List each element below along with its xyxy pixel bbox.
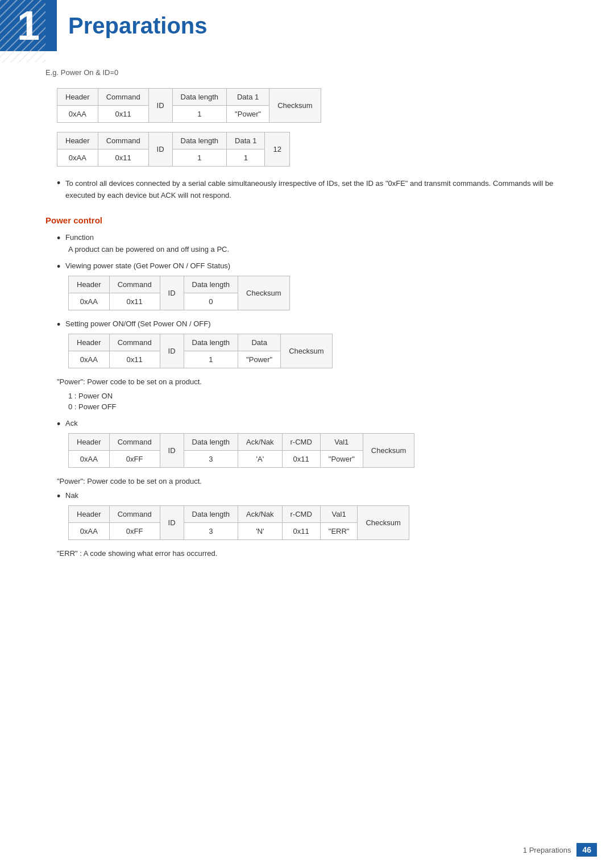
val-val1: "ERR" [320,522,358,539]
col-header: Header [57,132,98,149]
page-number: 46 [576,843,597,857]
val-data1: "Power" [227,106,269,123]
ack-note: "Power": Power code to be set on a produ… [57,477,569,485]
val-datalength: 1 [172,106,227,123]
col-checksum: Checksum [238,276,289,310]
val-header: 0xAA [57,106,98,123]
view-label: Viewing power state (Get Power ON / OFF … [65,261,569,270]
col-header: Header [69,433,110,450]
ack-label: Ack [65,419,569,427]
power-control-heading: Power control [45,215,569,225]
page-header: 1 Preparations [0,0,614,51]
col-acknak: Ack/Nak [238,433,282,450]
content-area: E.g. Power On & ID=0 Header Command ID D… [0,51,614,597]
col-id: ID [160,505,184,539]
col-data1: Data 1 [227,89,269,106]
val-datalength: 1 [184,351,238,368]
val-header: 0xAA [69,522,110,539]
val-data1: 1 [227,149,265,167]
col-id: ID [148,89,172,123]
col-datalength: Data length [184,505,238,522]
power-on: 1 : Power ON [68,392,569,400]
col-command: Command [98,89,148,106]
col-rcmd: r-CMD [282,505,320,522]
eg-table2-wrapper: Header Command ID Data length Data 1 12 … [57,132,569,167]
col-command: Command [98,132,148,149]
col-id: ID [160,276,184,310]
col-checksum: Checksum [269,89,321,123]
decorative-diagonal [0,0,45,63]
col-header: Header [69,276,110,293]
col-command: Command [109,276,160,293]
val-rcmd: 0x11 [282,522,320,539]
eg-label: E.g. Power On & ID=0 [45,68,569,77]
val-datalength: 3 [184,450,238,467]
col-command: Command [109,433,160,450]
ack-table: Header Command ID Data length Ack/Nak r-… [68,433,414,468]
nak-note: "ERR" : A code showing what error has oc… [57,549,569,558]
nak-table-wrapper: Header Command ID Data length Ack/Nak r-… [68,505,569,540]
col-header: Header [69,505,110,522]
power-off: 0 : Power OFF [68,402,569,411]
power-view-table-wrapper: Header Command ID Data length Checksum 0… [68,276,569,310]
val-val1: "Power" [320,450,363,467]
col-last: 12 [265,132,289,167]
col-checksum: Checksum [363,433,414,467]
ack-table-wrapper: Header Command ID Data length Ack/Nak r-… [68,433,569,468]
val-header: 0xAA [69,293,110,310]
chapter-title: Preparations [68,2,208,50]
val-datalength: 3 [184,522,238,539]
power-set-table: Header Command ID Data length Data Check… [68,334,333,368]
val-command: 0xFF [109,522,160,539]
val-command: 0x11 [109,351,160,368]
col-checksum: Checksum [281,334,332,368]
col-checksum: Checksum [358,505,409,539]
val-header: 0xAA [57,149,98,167]
col-val1: Val1 [320,433,363,450]
col-datalength: Data length [172,89,227,106]
function-desc: A product can be powered on and off usin… [68,245,569,254]
val-datalength: 1 [172,149,227,167]
set-label: Setting power ON/Off (Set Power ON / OFF… [65,319,569,328]
col-datalength: Data length [184,276,238,293]
col-datalength: Data length [172,132,227,149]
power-note: "Power": Power code to be set on a produ… [57,377,569,386]
val-command: 0x11 [98,106,148,123]
col-header: Header [57,89,98,106]
eg-table2: Header Command ID Data length Data 1 12 … [57,132,290,167]
val-rcmd: 0x11 [282,450,320,467]
nak-label: Nak [65,491,569,500]
col-rcmd: r-CMD [282,433,320,450]
val-acknak: 'N' [238,522,282,539]
val-header: 0xAA [69,351,110,368]
col-header: Header [69,334,110,351]
bullet-note: To control all devices connected by a se… [65,178,569,202]
col-datalength: Data length [184,433,238,450]
val-command: 0x11 [98,149,148,167]
col-datalength: Data length [184,334,238,351]
val-data: "Power" [238,351,281,368]
eg-table1-wrapper: Header Command ID Data length Data 1 Che… [57,88,569,123]
col-acknak: Ack/Nak [238,505,282,522]
col-data: Data [238,334,281,351]
val-acknak: 'A' [238,450,282,467]
footer-chapter-text: 1 Preparations [523,846,571,854]
svg-rect-1 [0,0,45,63]
col-id: ID [160,433,184,467]
function-label: Function [65,233,569,242]
val-header: 0xAA [69,450,110,467]
nak-table: Header Command ID Data length Ack/Nak r-… [68,505,409,540]
power-view-table: Header Command ID Data length Checksum 0… [68,276,290,310]
col-command: Command [109,505,160,522]
page-footer: 1 Preparations 46 [523,843,597,857]
col-command: Command [109,334,160,351]
col-val1: Val1 [320,505,358,522]
col-data1: Data 1 [227,132,265,149]
val-command: 0xFF [109,450,160,467]
col-id: ID [160,334,184,368]
eg-table1: Header Command ID Data length Data 1 Che… [57,88,321,123]
val-datalength: 0 [184,293,238,310]
power-set-table-wrapper: Header Command ID Data length Data Check… [68,334,569,368]
col-id: ID [148,132,172,167]
val-command: 0x11 [109,293,160,310]
